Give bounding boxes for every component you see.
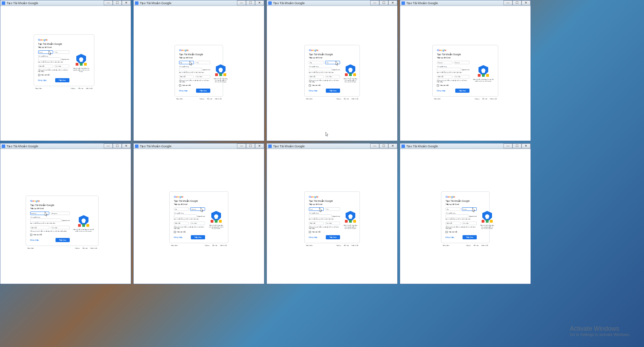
last-name-input[interactable]: Margaret (51, 212, 70, 215)
show-password-checkbox[interactable] (446, 231, 448, 233)
help-link[interactable]: Trợ giúp (336, 245, 341, 246)
privacy-link[interactable]: Bảo mật (474, 245, 478, 246)
next-button[interactable]: Tiếp theo (196, 89, 210, 93)
terms-link[interactable]: Điều khoản (220, 245, 227, 246)
maximize-button[interactable]: ☐ (246, 143, 255, 148)
confirm-input[interactable]: Xác nhận (54, 65, 69, 68)
terms-link[interactable]: Điều khoản (86, 88, 93, 89)
help-link[interactable]: Trợ giúp (70, 88, 75, 89)
signin-link[interactable]: Đăng nhập (174, 236, 183, 238)
confirm-input[interactable]: Xác nhận (195, 75, 210, 79)
privacy-link[interactable]: Bảo mật (344, 245, 349, 246)
maximize-button[interactable]: ☐ (246, 0, 255, 5)
help-link[interactable]: Trợ giúp (466, 245, 471, 246)
first-name-input[interactable]: David (38, 50, 53, 54)
password-input[interactable]: Mật khẩu (179, 75, 194, 79)
language-selector[interactable]: Tiếng Việt ▾ (35, 88, 42, 89)
confirm-input[interactable]: Xác nhận (190, 222, 205, 225)
first-name-input[interactable]: Paul (309, 207, 324, 211)
last-name-input[interactable]: Ophelia (190, 207, 205, 211)
language-selector[interactable]: Tiếng Việt ▾ (306, 245, 313, 246)
next-button[interactable]: Tiếp theo (455, 89, 469, 93)
first-name-input[interactable]: Anthony (30, 212, 49, 215)
terms-link[interactable]: Điều khoản (490, 98, 497, 100)
confirm-input[interactable]: Xác nhận (325, 222, 340, 225)
signin-link[interactable]: Đăng nhập (309, 236, 317, 238)
next-button[interactable]: Tiếp theo (326, 235, 340, 239)
show-password-checkbox[interactable] (437, 84, 439, 86)
first-name-input[interactable]: Họ (309, 61, 324, 64)
username-input[interactable] (38, 57, 61, 61)
last-name-input[interactable]: Barbara (454, 61, 469, 64)
username-input[interactable] (446, 214, 468, 218)
password-input[interactable]: Mật khẩu (309, 75, 324, 79)
signin-link[interactable]: Đăng nhập (38, 79, 47, 81)
close-button[interactable]: ✕ (522, 143, 531, 148)
close-button[interactable]: ✕ (255, 143, 264, 148)
minimize-button[interactable]: — (104, 0, 113, 5)
language-selector[interactable]: Tiếng Việt ▾ (434, 98, 441, 100)
minimize-button[interactable]: — (104, 143, 113, 148)
username-input[interactable] (30, 218, 61, 222)
username-input[interactable] (437, 68, 461, 71)
signin-link[interactable]: Đăng nhập (179, 90, 188, 92)
minimize-button[interactable]: — (237, 0, 246, 5)
minimize-button[interactable]: — (370, 0, 379, 5)
password-input[interactable]: Mật khẩu (309, 222, 324, 225)
last-name-input[interactable]: Tên (325, 207, 340, 211)
username-input[interactable] (174, 214, 197, 218)
password-input[interactable]: Mật khẩu (38, 65, 53, 68)
signin-link[interactable]: Đăng nhập (309, 90, 317, 92)
password-input[interactable]: Mật khẩu (174, 222, 189, 225)
last-name-input[interactable]: Tên (195, 61, 210, 64)
next-button[interactable]: Tiếp theo (463, 235, 477, 239)
show-password-checkbox[interactable] (174, 231, 176, 233)
maximize-button[interactable]: ☐ (113, 0, 122, 5)
help-link[interactable]: Trợ giúp (199, 98, 204, 100)
terms-link[interactable]: Điều khoản (351, 98, 358, 100)
confirm-input[interactable]: Xác nhận (51, 226, 70, 229)
last-name-input[interactable]: Susan (462, 207, 477, 211)
terms-link[interactable]: Điều khoản (351, 245, 358, 246)
first-name-input[interactable]: Họ (174, 207, 189, 211)
signin-link[interactable]: Đăng nhập (437, 90, 446, 92)
close-button[interactable]: ✕ (122, 143, 131, 148)
privacy-link[interactable]: Bảo mật (207, 98, 212, 100)
terms-link[interactable]: Điều khoản (90, 247, 97, 249)
signin-link[interactable]: Đăng nhập (30, 239, 39, 241)
maximize-button[interactable]: ☐ (379, 0, 388, 5)
password-input[interactable]: Mật khẩu (30, 226, 49, 229)
show-password-checkbox[interactable] (38, 74, 40, 76)
signin-link[interactable]: Đăng nhập (446, 236, 454, 238)
first-name-input[interactable]: Edward (437, 61, 452, 64)
show-password-checkbox[interactable] (179, 84, 181, 86)
minimize-button[interactable]: — (503, 0, 512, 5)
username-input[interactable] (309, 68, 332, 71)
minimize-button[interactable]: — (237, 143, 246, 148)
close-button[interactable]: ✕ (255, 0, 264, 5)
language-selector[interactable]: Tiếng Việt ▾ (306, 98, 313, 100)
password-input[interactable]: Mật khẩu (446, 222, 460, 225)
next-button[interactable]: Tiếp theo (191, 235, 205, 239)
close-button[interactable]: ✕ (388, 0, 397, 5)
close-button[interactable]: ✕ (388, 143, 397, 148)
privacy-link[interactable]: Bảo mật (78, 88, 83, 89)
help-link[interactable]: Trợ giúp (204, 245, 209, 246)
first-name-input[interactable]: Họ (179, 61, 194, 64)
close-button[interactable]: ✕ (122, 0, 131, 5)
language-selector[interactable]: Tiếng Việt ▾ (442, 245, 449, 246)
privacy-link[interactable]: Bảo mật (83, 247, 87, 249)
maximize-button[interactable]: ☐ (113, 143, 122, 148)
terms-link[interactable]: Điều khoản (481, 245, 488, 246)
language-selector[interactable]: Tiếng Việt ▾ (171, 245, 178, 246)
language-selector[interactable]: Tiếng Việt ▾ (27, 247, 34, 249)
privacy-link[interactable]: Bảo mật (212, 245, 217, 246)
maximize-button[interactable]: ☐ (379, 143, 388, 148)
minimize-button[interactable]: — (503, 143, 512, 148)
minimize-button[interactable]: — (370, 143, 379, 148)
privacy-link[interactable]: Bảo mật (482, 98, 487, 100)
help-link[interactable]: Trợ giúp (336, 98, 341, 100)
confirm-input[interactable]: Xác nhận (454, 75, 469, 79)
next-button[interactable]: Tiếp theo (56, 238, 70, 242)
help-link[interactable]: Trợ giúp (75, 247, 79, 249)
